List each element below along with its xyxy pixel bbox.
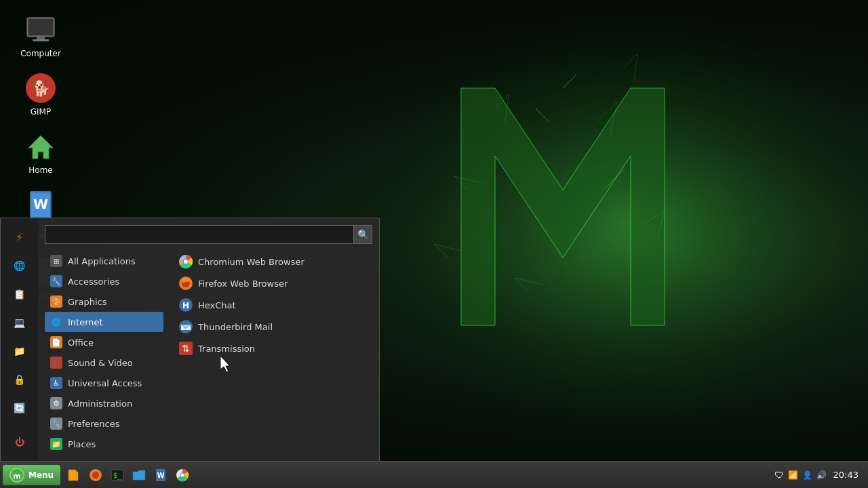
menu-button[interactable]: m Menu [3, 465, 60, 485]
all-applications-icon: ⊞ [50, 255, 62, 267]
app-transmission[interactable]: ⇅ Transmission [174, 338, 379, 359]
internet-label: Internet [68, 317, 103, 327]
menu-columns: ⊞ All Applications 🔧 Accessories 🎨 Graph… [45, 251, 379, 454]
administration-label: Administration [68, 399, 132, 409]
svg-text:m: m [13, 472, 20, 481]
svg-rect-7 [33, 39, 49, 41]
category-accessories[interactable]: 🔧 Accessories [45, 271, 163, 291]
sound-video-label: Sound & Video [68, 358, 133, 368]
taskbar-files-btn[interactable] [64, 466, 83, 485]
sidebar-folder-icon[interactable]: 📁 [7, 339, 32, 363]
category-all-applications[interactable]: ⊞ All Applications [45, 251, 163, 271]
graphics-label: Graphics [68, 297, 106, 307]
taskbar-terminal-btn[interactable]: $_ [108, 466, 127, 485]
category-preferences[interactable]: 🔧 Preferences [45, 413, 163, 434]
tray-bluetooth-icon[interactable]: 📶 [788, 470, 798, 480]
sidebar-update-icon[interactable]: 🔄 [7, 396, 32, 420]
sidebar-terminal-icon[interactable]: 💻 [7, 310, 32, 335]
app-firefox[interactable]: Firefox Web Browser [174, 272, 379, 294]
places-label: Places [68, 439, 96, 449]
preferences-label: Preferences [68, 419, 119, 429]
taskbar-writer-btn[interactable]: W [151, 466, 170, 485]
libreoffice-writer-icon: W [24, 188, 57, 221]
category-sound-video[interactable]: 🎵 Sound & Video [45, 352, 163, 373]
accessories-label: Accessories [68, 277, 119, 287]
taskbar-right: 🛡 📶 👤 🔊 20:43 [774, 470, 868, 481]
sidebar-logout-icon[interactable]: ⏻ [7, 430, 32, 454]
category-internet[interactable]: 🌐 Internet [45, 312, 163, 332]
desktop-icon-computer[interactable]: Computer [14, 14, 68, 58]
app-hexchat[interactable]: H HexChat [174, 294, 379, 316]
transmission-app-label: Transmission [198, 344, 255, 354]
search-bar: 🔍 [45, 225, 372, 244]
start-menu: ⚡ 🌐 📋 💻 📁 🔒 🔄 ⏻ 🔍 ⊞ All Applicatio [0, 218, 380, 461]
category-universal-access[interactable]: ♿ Universal Access [45, 373, 163, 393]
mint-logo-icon: m [9, 468, 24, 483]
places-icon: 📁 [50, 438, 62, 450]
firefox-app-label: Firefox Web Browser [198, 279, 288, 289]
sidebar-power-icon[interactable]: ⚡ [7, 225, 32, 249]
svg-point-21 [184, 260, 188, 264]
svg-text:$_: $_ [113, 472, 122, 480]
desktop-icon-home[interactable]: Home [14, 130, 68, 175]
category-office[interactable]: 📄 Office [45, 332, 163, 352]
computer-icon-label: Computer [20, 49, 61, 58]
firefox-app-icon [179, 277, 193, 290]
sound-video-icon: 🎵 [50, 357, 62, 369]
computer-icon [24, 14, 57, 46]
chromium-app-icon [179, 255, 193, 268]
desktop-icon-gimp[interactable]: 🐕 GIMP [14, 72, 68, 117]
thunderbird-app-label: Thunderbird Mail [198, 322, 273, 332]
graphics-icon: 🎨 [50, 296, 62, 308]
taskbar-time[interactable]: 20:43 [831, 470, 861, 480]
svg-point-35 [92, 472, 99, 479]
chromium-app-label: Chromium Web Browser [198, 257, 304, 267]
tray-volume-icon[interactable]: 🔊 [816, 470, 827, 480]
menu-sidebar: ⚡ 🌐 📋 💻 📁 🔒 🔄 ⏻ [1, 218, 38, 461]
universal-access-label: Universal Access [68, 378, 142, 388]
gimp-icon-label: GIMP [31, 107, 51, 117]
search-button[interactable]: 🔍 [353, 225, 372, 244]
svg-text:🐕: 🐕 [32, 79, 51, 98]
hexchat-app-icon: H [179, 298, 193, 312]
category-administration[interactable]: ⚙ Administration [45, 393, 163, 413]
all-applications-label: All Applications [68, 256, 136, 266]
svg-point-0 [373, 7, 868, 441]
svg-text:W: W [33, 196, 48, 212]
taskbar-firefox-btn[interactable] [86, 466, 105, 485]
app-thunderbird[interactable]: Thunderbird Mail [174, 316, 379, 338]
sidebar-notes-icon[interactable]: 📋 [7, 282, 32, 306]
svg-rect-5 [28, 19, 53, 35]
svg-point-43 [181, 473, 184, 476]
transmission-app-icon: ⇅ [179, 342, 193, 355]
tray-users-icon[interactable]: 👤 [802, 470, 812, 480]
svg-text:⇅: ⇅ [182, 343, 190, 354]
tray-network-icon[interactable]: 🛡 [774, 470, 784, 481]
categories-column: ⊞ All Applications 🔧 Accessories 🎨 Graph… [45, 251, 163, 454]
home-icon-label: Home [28, 165, 52, 175]
category-places[interactable]: 📁 Places [45, 434, 163, 454]
office-label: Office [68, 338, 94, 348]
gimp-icon: 🐕 [24, 72, 57, 104]
taskbar-files2-btn[interactable] [130, 466, 149, 485]
sidebar-lock-icon[interactable]: 🔒 [7, 367, 32, 392]
hexchat-app-label: HexChat [198, 300, 236, 310]
svg-marker-10 [28, 136, 53, 159]
category-graphics[interactable]: 🎨 Graphics [45, 291, 163, 312]
office-icon: 📄 [50, 336, 62, 348]
svg-rect-6 [37, 37, 45, 39]
svg-text:W: W [157, 472, 165, 479]
svg-text:H: H [182, 301, 189, 310]
preferences-icon: 🔧 [50, 418, 62, 430]
svg-marker-38 [133, 470, 145, 480]
home-icon [24, 130, 57, 163]
taskbar: m Menu $_ [0, 461, 868, 488]
taskbar-chromium-btn[interactable] [173, 466, 192, 485]
sidebar-network-icon[interactable]: 🌐 [7, 253, 32, 278]
universal-access-icon: ♿ [50, 377, 62, 389]
thunderbird-app-icon [179, 320, 193, 333]
app-chromium[interactable]: Chromium Web Browser [174, 251, 379, 272]
apps-column: Chromium Web Browser Firefox Web Browser [163, 251, 379, 454]
administration-icon: ⚙ [50, 397, 62, 409]
search-input[interactable] [45, 225, 353, 244]
